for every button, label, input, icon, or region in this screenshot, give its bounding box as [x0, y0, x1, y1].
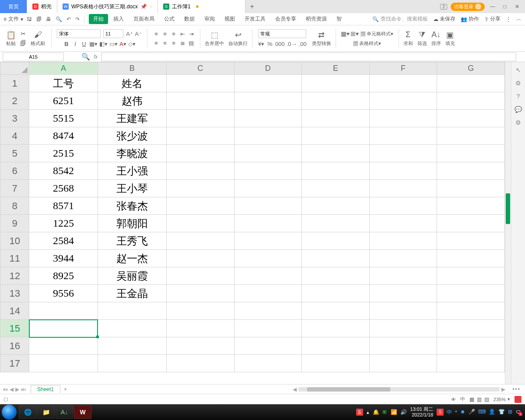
cell-E11[interactable]	[302, 250, 370, 267]
tab-add-button[interactable]: +	[245, 0, 259, 13]
lang-indicator[interactable]: 中	[460, 396, 465, 402]
grid[interactable]: ABCDEFG1工号姓名26251赵伟35515王建军48474张少波52515…	[0, 62, 505, 384]
cell-F10[interactable]	[369, 232, 437, 250]
cell-D6[interactable]	[234, 162, 302, 180]
cut-icon[interactable]: ✂	[19, 30, 27, 38]
cell-C1[interactable]	[166, 75, 234, 92]
align-top-icon[interactable]: ≡	[153, 31, 160, 37]
cell-E1[interactable]	[302, 75, 370, 92]
row-header-8[interactable]: 8	[0, 197, 29, 215]
cell-D11[interactable]	[234, 250, 302, 267]
cell-F15[interactable]	[369, 320, 437, 337]
maximize-button[interactable]: □	[500, 4, 509, 10]
cell-A9[interactable]: 1225	[29, 215, 98, 232]
shield-icon[interactable]: ⛨	[382, 409, 388, 415]
clear-format-button[interactable]: ◇▾	[128, 41, 136, 47]
cell-G17[interactable]	[437, 355, 505, 372]
cell-A1[interactable]: 工号	[29, 75, 98, 92]
cell-A14[interactable]	[29, 302, 98, 320]
col-header-F[interactable]: F	[369, 63, 437, 75]
row-header-7[interactable]: 7	[0, 180, 29, 197]
row-header-14[interactable]: 14	[0, 302, 29, 320]
first-sheet-icon[interactable]: ⏮	[3, 386, 8, 392]
cell-C2[interactable]	[166, 92, 234, 110]
cell-C12[interactable]	[166, 267, 234, 285]
cell-E9[interactable]	[302, 215, 370, 232]
cell-G7[interactable]	[437, 180, 505, 197]
prev-sheet-icon[interactable]: ◀	[10, 386, 14, 392]
print-preview-icon[interactable]: 🔍	[56, 16, 62, 22]
cell-style-button[interactable]: ▦ 单元格样式▾	[360, 31, 393, 37]
cell-B13[interactable]: 王金晶	[98, 285, 166, 302]
cell-B17[interactable]	[98, 355, 166, 372]
cell-F1[interactable]	[369, 75, 437, 92]
worksheet-icon[interactable]: ⊞▾	[351, 30, 359, 38]
task-app[interactable]: A↓	[56, 406, 73, 419]
cell-B15[interactable]	[98, 320, 166, 337]
cell-B12[interactable]: 吴丽霞	[98, 267, 166, 285]
fill-button[interactable]: ▣ 填充	[444, 29, 456, 48]
break-view-icon[interactable]: ▤	[484, 396, 489, 402]
align-left-icon[interactable]: ≡	[153, 40, 160, 46]
cell-A8[interactable]: 8571	[29, 197, 98, 215]
decimal-inc-icon[interactable]: .0→	[287, 41, 297, 47]
hscroll-thumb[interactable]	[307, 387, 390, 392]
notification-button[interactable]: 🗨6	[516, 410, 521, 415]
more-options-icon[interactable]: •••	[508, 386, 525, 392]
tab-docker[interactable]: D 稻壳	[27, 0, 57, 13]
vertical-scrollbar[interactable]	[505, 62, 511, 384]
cell-G14[interactable]	[437, 302, 505, 320]
minimize-button[interactable]: —	[488, 4, 497, 10]
cell-B6[interactable]: 王小强	[98, 162, 166, 180]
cell-D17[interactable]	[234, 355, 302, 372]
row-header-17[interactable]: 17	[0, 355, 29, 372]
window-count-badge[interactable]: 2	[440, 4, 447, 10]
row-header-1[interactable]: 1	[0, 75, 29, 92]
sort-button[interactable]: A↓ 排序	[430, 29, 442, 48]
ribbon-tab-start[interactable]: 开始	[89, 14, 108, 24]
cell-F3[interactable]	[369, 110, 437, 127]
task-browser[interactable]: 🌐	[19, 406, 36, 419]
eye-icon[interactable]: 👁	[451, 397, 456, 402]
cell-D15[interactable]	[234, 320, 302, 337]
cell-E13[interactable]	[302, 285, 370, 302]
sogou-ime-icon[interactable]: S	[514, 396, 522, 403]
file-menu[interactable]: ≡ 文件 ▾	[4, 15, 23, 23]
cell-F9[interactable]	[369, 215, 437, 232]
gear-icon[interactable]: ⚙	[515, 119, 521, 126]
row-header-3[interactable]: 3	[0, 110, 29, 127]
decrease-font-icon[interactable]: A⁻	[135, 31, 142, 37]
align-middle-icon[interactable]: ≡	[161, 31, 168, 37]
wrap-button[interactable]: ↩ 自动换行	[228, 29, 248, 48]
horizontal-scrollbar[interactable]	[298, 387, 500, 392]
cell-A7[interactable]: 2568	[29, 180, 98, 197]
ime-indicator-icon[interactable]: S	[437, 409, 444, 416]
task-wps[interactable]: W	[74, 406, 91, 419]
font-color-button[interactable]: A▾	[119, 41, 126, 47]
cell-E12[interactable]	[302, 267, 370, 285]
cell-D1[interactable]	[234, 75, 302, 92]
col-header-G[interactable]: G	[437, 63, 505, 75]
currency-icon[interactable]: ¥▾	[258, 41, 265, 47]
tab-workbook[interactable]: S 工作簿1	[158, 0, 245, 13]
cell-F17[interactable]	[369, 355, 437, 372]
cell-G16[interactable]	[437, 337, 505, 355]
distribute-icon[interactable]: ▤	[188, 40, 195, 46]
row-header-11[interactable]: 11	[0, 250, 29, 267]
increase-font-icon[interactable]: A⁺	[126, 31, 133, 37]
volume-icon[interactable]: 🔊	[400, 409, 407, 415]
row-header-16[interactable]: 16	[0, 337, 29, 355]
tab-pin-icon[interactable]: 📌	[140, 4, 147, 10]
unsaved-indicator[interactable]: ☁ 未保存	[433, 15, 455, 23]
indent-increase-icon[interactable]: ⇥	[188, 31, 195, 37]
sheet-tab[interactable]: Sheet1	[31, 385, 60, 393]
cell-G15[interactable]	[437, 320, 505, 337]
cell-C14[interactable]	[166, 302, 234, 320]
cell-G1[interactable]	[437, 75, 505, 92]
cell-E14[interactable]	[302, 302, 370, 320]
cell-C15[interactable]	[166, 320, 234, 337]
cell-F14[interactable]	[369, 302, 437, 320]
cell-G9[interactable]	[437, 215, 505, 232]
ime-badge[interactable]: S	[356, 409, 363, 416]
highlight-button[interactable]: ▭▾	[109, 41, 118, 47]
